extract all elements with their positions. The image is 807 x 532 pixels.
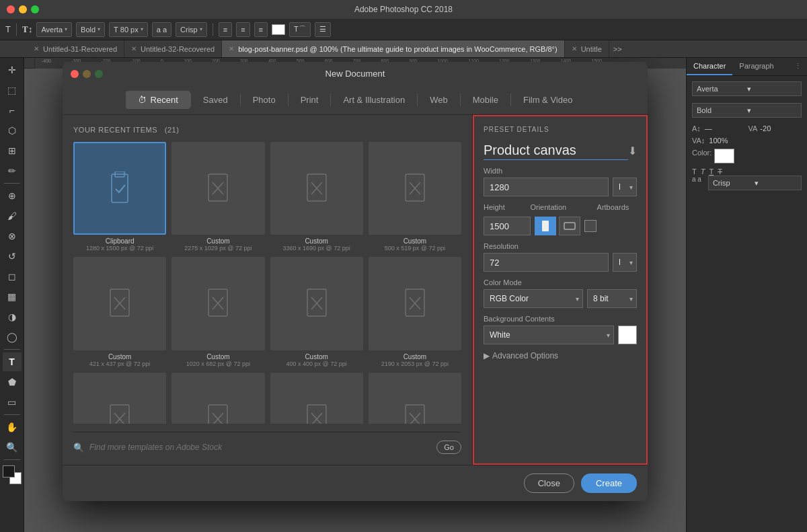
background-color-preview[interactable] [618, 326, 637, 344]
move-tool[interactable]: ✛ [3, 61, 22, 79]
font-family-dropdown[interactable]: Averta ▾ [36, 22, 72, 37]
modal-window-controls[interactable] [71, 70, 103, 78]
marquee-tool[interactable]: ⬚ [3, 81, 22, 100]
bit-depth-select[interactable]: 8 bit 16 bit 32 bit [587, 289, 637, 308]
close-button[interactable]: Close [524, 473, 574, 493]
color-swatches[interactable] [3, 465, 22, 484]
recent-item-9[interactable]: Custom [73, 373, 166, 424]
tab-character[interactable]: Character [687, 58, 732, 75]
tab-saved[interactable]: Saved [191, 91, 240, 109]
recent-item-12[interactable]: Custom [369, 373, 461, 424]
tab-untitled[interactable]: ✕ Untitle [565, 40, 609, 57]
text-options-button[interactable]: ☰ [315, 22, 331, 37]
tab-art-illustration[interactable]: Art & Illustration [331, 91, 417, 109]
landscape-button[interactable] [559, 217, 580, 235]
save-preset-icon[interactable]: ⬇ [628, 145, 637, 157]
background-dropdown[interactable]: White Black Transparent Background Color [484, 326, 614, 344]
recent-item-5[interactable]: Custom 421 x 437 px @ 72 ppi [73, 257, 166, 367]
portrait-button[interactable] [535, 217, 556, 235]
strikethrough-button[interactable]: T [718, 167, 722, 176]
advanced-options-toggle[interactable]: ▶ Advanced Options [484, 351, 637, 360]
antialiasing-panel-dropdown[interactable]: Crisp ▾ [708, 176, 802, 190]
minimize-button[interactable] [19, 5, 27, 13]
width-unit-dropdown[interactable]: Pixels Inches Centimeters [613, 178, 637, 196]
resolution-unit-dropdown[interactable]: Pixels/Inch Pixels/cm [613, 253, 637, 272]
text-tool-icon[interactable]: T [5, 24, 11, 34]
width-unit-select[interactable]: Pixels Inches Centimeters [613, 178, 637, 196]
search-input[interactable] [89, 443, 431, 452]
brush-tool[interactable]: 🖌 [3, 206, 22, 225]
path-tool[interactable]: ⬟ [3, 373, 22, 391]
tab-print[interactable]: Print [289, 91, 331, 109]
tab-web[interactable]: Web [418, 91, 460, 109]
recent-item-3[interactable]: Custom 3360 x 1690 px @ 72 ppi [270, 142, 363, 252]
color-mode-select[interactable]: RGB Color CMYK Color Grayscale [484, 289, 583, 308]
window-controls[interactable] [7, 5, 39, 13]
recent-item-8[interactable]: Custom 2190 x 2053 px @ 72 ppi [369, 257, 461, 367]
artboards-checkbox[interactable] [584, 220, 597, 232]
resolution-unit-select[interactable]: Pixels/Inch Pixels/cm [613, 253, 637, 272]
tab-mobile[interactable]: Mobile [461, 91, 510, 109]
align-right-button[interactable]: ≡ [254, 22, 268, 37]
text-color-swatch[interactable] [272, 24, 285, 35]
tabs-overflow-button[interactable]: >> [609, 40, 626, 57]
tab-blog-post[interactable]: ✕ blog-post-banner.psd @ 100% (The ultim… [222, 40, 565, 57]
background-select[interactable]: White Black Transparent Background Color [484, 326, 614, 344]
tab-film-video[interactable]: Film & Video [511, 91, 584, 109]
search-go-button[interactable]: Go [436, 441, 461, 454]
faux-bold-button[interactable]: T [692, 167, 697, 176]
align-center-button[interactable]: ≡ [236, 22, 249, 37]
tab-close-icon[interactable]: ✕ [229, 45, 234, 52]
recent-item-6[interactable]: Custom 1020 x 682 px @ 72 ppi [171, 257, 264, 367]
tab-paragraph[interactable]: Paragraph [732, 58, 780, 75]
font-options-icon[interactable]: 𝐓↕ [22, 24, 33, 35]
tab-untitled-31[interactable]: ✕ Untitled-31-Recovered [27, 40, 124, 57]
text-tool[interactable]: T [3, 352, 22, 371]
font-family-dropdown[interactable]: Averta ▾ [692, 81, 802, 96]
blur-tool[interactable]: ◑ [3, 307, 22, 326]
recent-item-clipboard[interactable]: Clipboard 1280 x 1500 px @ 72 ppi [73, 142, 166, 252]
lasso-tool[interactable]: ⌐ [3, 101, 22, 120]
text-color-panel-swatch[interactable] [714, 149, 734, 163]
close-button[interactable] [7, 5, 15, 13]
recent-item-7[interactable]: Custom 400 x 400 px @ 72 ppi [270, 257, 363, 367]
antialiasing-dropdown[interactable]: Crisp ▾ [176, 22, 207, 37]
font-size-dropdown[interactable]: T 80 px ▾ [109, 22, 148, 37]
recent-item-10[interactable]: Custom [171, 373, 264, 424]
panel-collapse-button[interactable]: ⋮ [789, 58, 807, 75]
font-style-dropdown[interactable]: Bold ▾ [76, 22, 105, 37]
tab-close-icon[interactable]: ✕ [34, 45, 39, 52]
tab-untitled-32[interactable]: ✕ Untitled-32-Recovered [124, 40, 222, 57]
gradient-tool[interactable]: ▦ [3, 287, 22, 306]
eraser-tool[interactable]: ◻ [3, 267, 22, 286]
dodge-tool[interactable]: ◯ [3, 328, 22, 346]
bit-depth-dropdown[interactable]: 8 bit 16 bit 32 bit [587, 289, 637, 308]
recent-item-2[interactable]: Custom 2275 x 1029 px @ 72 ppi [171, 142, 264, 252]
resolution-input[interactable] [484, 253, 609, 272]
align-left-button[interactable]: ≡ [219, 22, 232, 37]
font-style-dropdown[interactable]: Bold ▾ [692, 103, 802, 118]
healing-tool[interactable]: ⊕ [3, 186, 22, 205]
warp-text-button[interactable]: T⌒ [289, 22, 311, 37]
modal-close-button[interactable] [71, 70, 79, 78]
crop-tool[interactable]: ⊞ [3, 141, 22, 160]
stamp-tool[interactable]: ⊗ [3, 227, 22, 245]
hand-tool[interactable]: ✋ [3, 418, 22, 436]
faux-italic-button[interactable]: T [701, 167, 705, 176]
tab-photo[interactable]: Photo [241, 91, 288, 109]
preset-name-input[interactable] [484, 141, 628, 160]
quick-select-tool[interactable]: ⬡ [3, 121, 22, 140]
tab-recent[interactable]: ⏱ Recent [126, 91, 190, 109]
tab-close-icon[interactable]: ✕ [572, 45, 577, 52]
height-input[interactable] [484, 217, 531, 235]
foreground-color-swatch[interactable] [3, 465, 15, 478]
zoom-tool[interactable]: 🔍 [3, 438, 22, 457]
tab-close-icon[interactable]: ✕ [131, 45, 137, 52]
underline-button[interactable]: T [709, 167, 714, 176]
recent-item-11[interactable]: Custom [270, 373, 363, 424]
create-button[interactable]: Create [581, 473, 637, 493]
recent-item-4[interactable]: Custom 500 x 519 px @ 72 ppi [369, 142, 461, 252]
maximize-button[interactable] [31, 5, 39, 13]
color-mode-dropdown[interactable]: RGB Color CMYK Color Grayscale [484, 289, 583, 308]
shape-tool[interactable]: ▭ [3, 393, 22, 412]
